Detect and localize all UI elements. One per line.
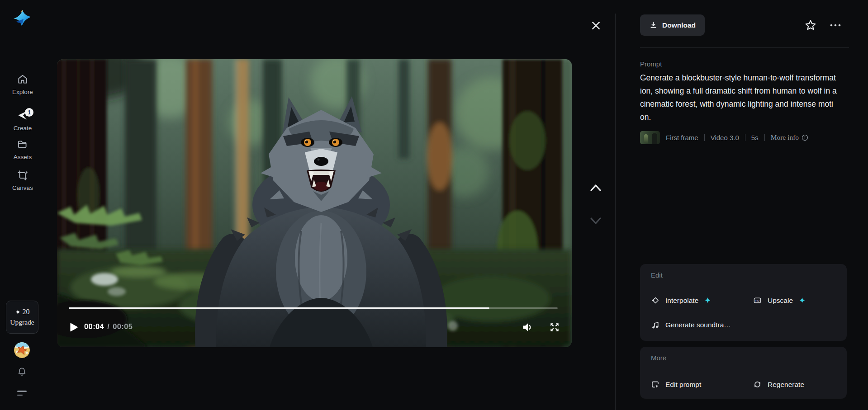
canvas-icon	[17, 170, 28, 181]
create-icon: 1	[17, 110, 28, 122]
home-icon	[17, 74, 28, 85]
prompt-label: Prompt	[640, 60, 662, 68]
video-player[interactable]: 00:04 / 00:05	[57, 59, 572, 347]
first-frame-thumbnail[interactable]	[640, 131, 660, 144]
prompt-text: Generate a blockbuster-style human-to-wo…	[640, 71, 857, 124]
regenerate-label: Regenerate	[768, 381, 804, 389]
edit-prompt-label: Edit prompt	[665, 381, 701, 389]
more-options-button[interactable]	[829, 21, 842, 30]
favorite-button[interactable]	[804, 19, 817, 32]
prompt-line: on.	[640, 111, 857, 124]
next-video-button[interactable]	[588, 215, 603, 227]
edit-prompt-icon	[651, 380, 659, 389]
panel-divider	[615, 14, 616, 410]
more-info-label: More info	[771, 133, 799, 141]
sidebar-item-canvas[interactable]: Canvas	[0, 170, 45, 191]
time-separator: /	[107, 322, 109, 331]
star-icon	[804, 19, 817, 32]
folder-icon	[17, 139, 28, 151]
previous-video-button[interactable]	[588, 182, 603, 193]
sparkle-icon	[704, 297, 711, 304]
credits-count: 20	[23, 308, 30, 316]
volume-button[interactable]	[521, 321, 534, 334]
info-icon	[802, 134, 808, 141]
app-window: Explore 1 Create Assets Ca	[0, 0, 868, 410]
sparkle-icon	[799, 297, 806, 304]
close-button[interactable]	[588, 17, 604, 33]
play-icon	[68, 321, 80, 333]
more-section-title: More	[651, 354, 666, 362]
volume-icon	[521, 321, 534, 334]
meta-separator	[764, 134, 765, 141]
menu-icon[interactable]	[17, 391, 27, 397]
sidebar-item-create[interactable]: 1 Create	[0, 110, 45, 132]
app-logo[interactable]	[12, 9, 33, 29]
progress-fill	[69, 307, 489, 309]
sidebar-item-explore[interactable]: Explore	[0, 74, 45, 95]
edit-section-title: Edit	[651, 271, 663, 279]
meta-separator	[745, 134, 745, 141]
generate-soundtrack-label: Generate soundtra…	[665, 321, 731, 329]
hd-icon: HD	[753, 296, 762, 305]
edit-section-card: Edit Interpolate HD Upscale	[640, 264, 847, 341]
logo-icon	[12, 9, 33, 29]
duration: 00:05	[113, 322, 133, 331]
music-note-icon	[651, 320, 659, 329]
download-label: Download	[662, 21, 696, 29]
upscale-button[interactable]: HD Upscale	[753, 296, 806, 305]
thumb-figure	[644, 134, 648, 143]
video-frame	[57, 59, 572, 347]
upscale-label: Upscale	[768, 297, 793, 305]
sidebar-item-label: Assets	[14, 154, 32, 160]
chevron-up-icon	[588, 182, 603, 193]
create-badge: 1	[25, 108, 33, 117]
upgrade-label: Upgrade	[10, 318, 34, 326]
upgrade-button[interactable]: 20 Upgrade	[6, 301, 38, 334]
chevron-down-icon	[588, 215, 603, 227]
prompt-line: ion, showing a full dramatic shift from …	[640, 85, 857, 98]
fullscreen-icon	[549, 321, 560, 333]
time-display: 00:04 / 00:05	[84, 322, 133, 331]
sidebar-item-label: Canvas	[12, 184, 33, 191]
header-divider	[640, 47, 849, 48]
user-avatar[interactable]	[14, 342, 30, 358]
prompt-line: cinematic forest, with dynamic lighting …	[640, 98, 857, 111]
sidebar-item-label: Explore	[12, 89, 33, 95]
thumb-figure	[652, 133, 657, 144]
generate-soundtrack-button[interactable]: Generate soundtra…	[651, 320, 731, 329]
generation-meta-row: First frame Video 3.0 5s More info	[640, 131, 808, 144]
duration-label: 5s	[751, 134, 759, 141]
regenerate-button[interactable]: Regenerate	[753, 380, 804, 389]
edit-prompt-button[interactable]: Edit prompt	[651, 380, 701, 389]
fullscreen-button[interactable]	[549, 321, 560, 333]
interpolate-label: Interpolate	[665, 297, 698, 305]
svg-text:HD: HD	[755, 299, 759, 302]
prompt-line: Generate a blockbuster-style human-to-wo…	[640, 71, 857, 85]
sidebar-item-assets[interactable]: Assets	[0, 139, 45, 160]
regenerate-icon	[753, 380, 762, 389]
interpolate-button[interactable]: Interpolate	[651, 296, 711, 305]
interpolate-icon	[651, 296, 659, 305]
close-icon	[590, 20, 602, 31]
notifications-bell-icon[interactable]	[17, 367, 27, 377]
seek-bar[interactable]	[69, 307, 558, 309]
more-info-link[interactable]: More info	[771, 133, 808, 141]
download-button[interactable]: Download	[640, 14, 705, 36]
first-frame-label: First frame	[666, 134, 698, 141]
sidebar-item-label: Create	[14, 125, 32, 132]
more-section-card: More Edit prompt Regenerate	[640, 347, 847, 399]
more-options-icon	[829, 21, 842, 30]
sparkle-icon	[15, 309, 21, 315]
play-button[interactable]	[68, 321, 80, 333]
download-icon	[649, 21, 658, 29]
model-label: Video 3.0	[711, 134, 739, 141]
current-time: 00:04	[84, 322, 104, 331]
meta-separator	[704, 134, 705, 141]
